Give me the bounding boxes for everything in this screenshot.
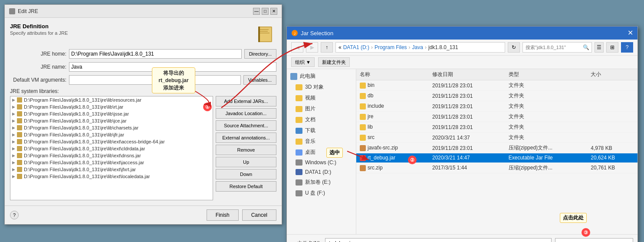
view-icon-button[interactable]: ⊞ — [606, 42, 618, 53]
sidebar-item-desktop[interactable]: 桌面 — [287, 147, 356, 158]
libraries-list[interactable]: ▶D:\Program Files\Java\jdk1.8.0_131\jre\… — [10, 96, 213, 200]
svg-rect-2 — [260, 29, 269, 30]
file-modified-cell: 2019/11/28 23:01 — [429, 112, 505, 122]
view-options-button[interactable]: ☰ — [595, 42, 604, 53]
sidebar-item-music[interactable]: 音乐 — [287, 136, 356, 147]
add-external-jars-button[interactable]: Add External JARs... — [216, 96, 276, 106]
cancel-button[interactable]: Cancel — [242, 209, 276, 221]
table-row[interactable]: src.zip 2017/3/15 1:44 压缩(zipped)文件... 2… — [356, 162, 637, 173]
directory-button[interactable]: Directory... — [244, 49, 276, 59]
drive-icon — [296, 169, 302, 175]
breadcrumb-data1[interactable]: DATA1 (D:) — [343, 44, 369, 50]
maximize-button[interactable]: □ — [262, 8, 269, 15]
breadcrumb-jdk[interactable]: jdk1.8.0_131 — [428, 44, 458, 50]
file-kind-cell: 文件夹 — [505, 112, 588, 122]
sidebar-label: 图片 — [305, 105, 315, 113]
jre-home-label: JRE home: — [10, 51, 66, 57]
sidebar-item-drive-f[interactable]: U 盘 (F:) — [287, 188, 356, 199]
file-name-cell: include — [356, 101, 429, 112]
breadcrumb-programfiles[interactable]: Program Files — [375, 44, 407, 50]
svg-rect-3 — [260, 31, 268, 32]
nav-forward-button[interactable]: ▶ — [306, 42, 318, 53]
table-row[interactable]: lib 2019/11/28 23:01 文件夹 — [356, 122, 637, 133]
file-kind-cell: 压缩(zipped)文件... — [505, 162, 588, 173]
edit-jre-footer: ? Finish Cancel — [5, 206, 282, 224]
restore-default-button[interactable]: Restore Default — [216, 181, 276, 192]
folder-icon — [296, 128, 302, 134]
file-modified-cell: 2017/3/15 1:44 — [429, 162, 505, 173]
drive-icon — [296, 159, 302, 166]
col-header-size[interactable]: 大小 — [587, 69, 637, 80]
nav-up-button[interactable]: ↑ — [321, 42, 333, 53]
sidebar-item-drive-c[interactable]: Windows (C:) — [287, 158, 356, 167]
remove-button[interactable]: Remove — [216, 145, 276, 155]
sidebar-item-drive-d[interactable]: DATA1 (D:) — [287, 167, 356, 177]
organize-button[interactable]: 组织 ▼ — [291, 57, 315, 67]
svg-rect-5 — [258, 27, 260, 42]
footer-right: Finish Cancel — [207, 209, 276, 221]
sidebar-item-pictures[interactable]: 图片 — [287, 103, 356, 114]
breadcrumb-java[interactable]: Java — [412, 44, 423, 50]
refresh-button[interactable]: ↻ — [508, 42, 520, 53]
sidebar-item-computer[interactable]: 此电脑 — [287, 71, 356, 82]
col-header-modified[interactable]: 修改日期 — [429, 69, 505, 80]
file-modified-cell: 2019/11/28 23:01 — [429, 143, 505, 153]
file-kind-cell: Executable Jar File — [505, 153, 588, 163]
source-attachment-button[interactable]: Source Attachment... — [216, 120, 276, 131]
default-vm-label: Default VM arguments: — [10, 77, 66, 83]
down-button[interactable]: Down — [216, 169, 276, 179]
table-row[interactable]: db 2019/11/28 23:01 文件夹 — [356, 91, 637, 101]
finish-button[interactable]: Finish — [207, 209, 239, 221]
jre-header-text: JRE Definition Specify attributes for a … — [10, 23, 68, 36]
table-row[interactable]: src 2020/3/21 14:37 文件夹 — [356, 133, 637, 143]
javadoc-location-button[interactable]: Javadoc Location... — [216, 108, 276, 119]
edit-jre-body: JRE Definition Specify attributes for a … — [5, 18, 282, 206]
filename-input[interactable] — [325, 238, 552, 242]
file-modified-cell: 2019/11/28 23:01 — [429, 91, 505, 101]
file-size-cell: 20,624 KB — [587, 153, 637, 163]
table-row[interactable]: rt_debug.jar 2020/3/21 14:47 Executable … — [356, 153, 637, 163]
jre-definition-title: JRE Definition — [10, 23, 68, 30]
sidebar-item-docs[interactable]: 文档 — [287, 114, 356, 125]
file-size-cell — [587, 101, 637, 112]
filename-label: 文件名(N): — [291, 240, 322, 242]
sidebar-item-video[interactable]: 视频 — [287, 93, 356, 103]
table-row[interactable]: jre 2019/11/28 23:01 文件夹 — [356, 112, 637, 122]
new-folder-button[interactable]: 新建文件夹 — [318, 57, 350, 67]
filetype-select[interactable] — [555, 238, 633, 242]
close-button[interactable]: ✕ — [270, 8, 277, 15]
minimize-button[interactable]: — — [253, 8, 260, 15]
sidebar-item-drive-e[interactable]: 新加卷 (E:) — [287, 177, 356, 188]
nav-back-button[interactable]: ◀ — [291, 42, 303, 53]
help-button[interactable]: ? — [10, 211, 19, 219]
default-vm-row: Default VM arguments: Variables... — [10, 75, 276, 85]
up-button[interactable]: Up — [216, 157, 276, 167]
file-size-cell — [587, 122, 637, 133]
jar-titlebar-left: J Jar Selection — [291, 30, 333, 36]
sidebar-label: 此电脑 — [300, 73, 315, 80]
search-input[interactable] — [522, 42, 592, 53]
file-type-icon — [360, 124, 366, 130]
file-size-cell: 4,978 KB — [587, 143, 637, 153]
jre-name-row: JRE name: — [10, 62, 276, 72]
svg-text:J: J — [294, 32, 296, 36]
sidebar-item-downloads[interactable]: 下载 — [287, 125, 356, 136]
file-name-cell: javafx-src.zip — [356, 143, 429, 153]
table-row[interactable]: javafx-src.zip 2019/11/28 23:01 压缩(zippe… — [356, 143, 637, 153]
variables-button[interactable]: Variables... — [243, 75, 276, 85]
col-header-name[interactable]: 名称 — [356, 69, 429, 80]
external-annotations-button[interactable]: External annotations... — [216, 133, 276, 143]
list-item: ▶D:\Program Files\Java\jdk1.8.0_131\jre\… — [10, 96, 213, 103]
folder-icon — [296, 95, 302, 101]
sidebar-label: 新加卷 (E:) — [305, 179, 331, 186]
list-item: ▶D:\Program Files\Java\jdk1.8.0_131\jre\… — [10, 110, 213, 117]
jre-home-input[interactable] — [69, 49, 242, 59]
sidebar-item-3d[interactable]: 3D 对象 — [287, 82, 356, 93]
list-item: ▶D:\Program Files\Java\jdk1.8.0_131\jre\… — [10, 173, 213, 180]
col-header-type[interactable]: 类型 — [505, 69, 588, 80]
table-row[interactable]: bin 2019/11/28 23:01 文件夹 — [356, 80, 637, 91]
help-jar-button[interactable]: ? — [621, 42, 633, 53]
jar-close-button[interactable]: ✕ — [628, 30, 633, 36]
libraries-section: JRE system libraries: ▶D:\Program Files\… — [10, 88, 276, 200]
table-row[interactable]: include 2019/11/28 23:01 文件夹 — [356, 101, 637, 112]
